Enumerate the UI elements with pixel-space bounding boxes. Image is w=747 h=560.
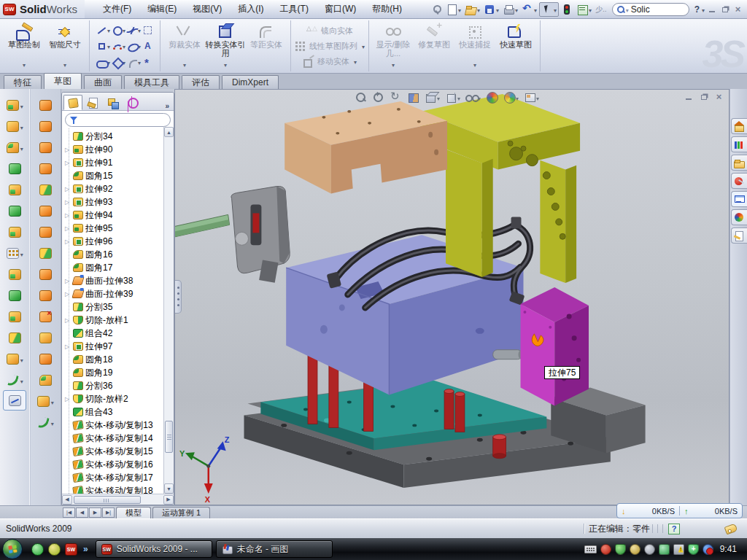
feature-tree-item[interactable]: 圆角19 — [65, 366, 174, 379]
panel-tab-configuration-manager[interactable] — [103, 95, 122, 110]
scroll-left-icon[interactable]: ◀ — [62, 495, 72, 505]
taskbar-window-button[interactable]: SW SolidWorks 2009 - ... — [96, 540, 212, 558]
toolbar-overflow-label[interactable]: 少.. — [594, 4, 608, 15]
dropdown-caret-icon[interactable] — [183, 60, 186, 70]
tray-icon-shield-green[interactable] — [615, 544, 626, 555]
dropdown-caret-icon[interactable] — [123, 25, 125, 35]
sketch-entity-button-point[interactable] — [142, 54, 153, 70]
document-tab[interactable]: 模型 — [116, 507, 151, 518]
quick-launch-icon-messenger[interactable] — [31, 543, 44, 556]
taskbar-window-button[interactable]: 未命名 - 画图 — [216, 540, 333, 558]
status-help-button[interactable]: ? — [668, 524, 680, 534]
quickbar-button-pin[interactable] — [429, 2, 444, 17]
menu-item[interactable]: 编辑(E) — [139, 3, 185, 15]
quickbar-button-options-list[interactable] — [575, 2, 593, 17]
feature-tree-item[interactable]: 圆角15 — [65, 169, 174, 182]
toolbar-button-linear-pattern[interactable] — [0, 243, 30, 264]
dropdown-caret-icon[interactable] — [138, 25, 141, 35]
toolbar-button-indent[interactable] — [31, 327, 61, 349]
sketch-entity-button-line[interactable] — [96, 22, 110, 38]
task-pane-button-toolbox[interactable] — [731, 173, 747, 189]
panel-splitter-handle[interactable] — [175, 280, 182, 314]
part-handle-clamp[interactable] — [175, 186, 290, 282]
toolbar-button-swept-boss[interactable] — [0, 158, 30, 179]
dropdown-caret-icon[interactable] — [536, 93, 539, 103]
toolbar-button-lofted-boss[interactable] — [0, 179, 30, 201]
feature-tree-item[interactable]: 切除-放样1 — [65, 314, 174, 327]
sketch-entity-button-rectangle[interactable] — [96, 38, 110, 54]
dropdown-caret-icon[interactable] — [392, 60, 395, 70]
toolbar-button-lofted-cut[interactable] — [31, 158, 61, 179]
dropdown-caret-icon[interactable] — [107, 41, 110, 51]
dropdown-caret-icon[interactable] — [534, 4, 537, 15]
feature-tree-item[interactable]: 分割35 — [65, 300, 174, 314]
hud-button-display-style[interactable] — [445, 91, 460, 104]
tag-icon[interactable] — [724, 523, 738, 534]
doc-minimize-button[interactable] — [682, 91, 694, 102]
feature-tree-item[interactable]: 组合43 — [65, 405, 174, 419]
search-scope-caret-icon[interactable] — [626, 4, 629, 15]
menu-item[interactable]: 帮助(H) — [364, 3, 410, 15]
toolbar-button-thicken[interactable] — [31, 264, 61, 285]
tray-icon-sync-blue[interactable] — [703, 544, 713, 555]
quick-launch-overflow[interactable]: » — [83, 544, 88, 554]
expand-arrow-icon[interactable] — [65, 160, 73, 166]
panel-tab-dimxpert-manager[interactable] — [123, 95, 142, 110]
feature-tree-item[interactable]: 实体-移动/复制15 — [65, 445, 174, 458]
sketch-entity-button-circle[interactable] — [112, 22, 125, 38]
hud-button-section-view[interactable] — [407, 91, 419, 104]
toolbar-button-spline-tool[interactable] — [31, 412, 61, 433]
panel-expand-button[interactable]: » — [162, 102, 172, 110]
taskbar-clock[interactable]: 9:41 — [720, 544, 737, 554]
dropdown-caret-icon[interactable] — [20, 143, 23, 153]
prev-tab-button[interactable]: ◀ — [76, 508, 88, 518]
toolbar-button-dome[interactable] — [31, 201, 61, 222]
app-minimize-button[interactable] — [705, 4, 718, 15]
toolbar-button-draft[interactable] — [0, 222, 30, 243]
toolbar-button-reference-point2[interactable] — [31, 391, 61, 412]
command-button-quick-snaps[interactable]: 快速捕捉 — [454, 22, 495, 70]
dropdown-caret-icon[interactable] — [515, 4, 518, 15]
toolbar-button-delete-body[interactable] — [31, 306, 61, 327]
expand-arrow-icon[interactable] — [65, 396, 73, 402]
hud-button-apply-scene[interactable] — [503, 91, 519, 104]
feature-tree-item[interactable]: 切除-放样2 — [65, 392, 174, 405]
first-tab-button[interactable]: |◀ — [63, 508, 75, 518]
quickbar-button-select-cursor[interactable] — [539, 2, 559, 17]
last-tab-button[interactable]: ▶| — [102, 508, 115, 518]
part-core-pin[interactable] — [493, 350, 525, 359]
feature-tree-item[interactable]: 实体-移动/复制13 — [65, 419, 174, 432]
tray-icon-usb[interactable] — [659, 544, 670, 555]
feature-tree-item[interactable]: 拉伸94 — [65, 209, 174, 222]
toolbar-button-deform[interactable] — [31, 349, 61, 370]
dropdown-caret-icon[interactable] — [224, 60, 227, 70]
command-row-mirror-entities[interactable]: 镜向实体 — [306, 23, 353, 38]
feature-tree-item[interactable]: 曲面-拉伸38 — [65, 274, 174, 287]
dropdown-caret-icon[interactable] — [138, 57, 141, 67]
start-button[interactable] — [2, 539, 23, 559]
hud-button-hide-show-items[interactable] — [465, 91, 481, 104]
tray-icon-security-red[interactable] — [600, 544, 611, 555]
task-pane-button-view-palette[interactable] — [731, 191, 747, 207]
task-pane-button-appearances[interactable] — [731, 209, 747, 225]
feature-tree-item[interactable]: 拉伸97 — [65, 340, 174, 353]
toolbar-button-revolved-cut[interactable] — [31, 116, 61, 137]
quick-launch-icon-solidworks[interactable]: SW — [65, 543, 77, 556]
expand-arrow-icon[interactable] — [65, 343, 73, 350]
tray-icon-network-warning[interactable] — [673, 544, 684, 555]
feature-tree-item[interactable]: 拉伸95 — [65, 222, 174, 235]
quickbar-button-traffic-light[interactable] — [560, 2, 574, 17]
toolbar-button-instant3d[interactable] — [4, 391, 26, 410]
feature-tree-item[interactable]: 拉伸91 — [65, 156, 174, 169]
command-button-rapid-sketch[interactable]: 快速草图 — [495, 22, 536, 70]
scrollbar-thumb[interactable] — [74, 496, 141, 504]
tree-horizontal-scrollbar[interactable]: ◀ ▶ — [62, 494, 174, 505]
sketch-entity-button-slot[interactable] — [96, 54, 110, 70]
tray-icon-badge[interactable] — [630, 544, 640, 555]
toolbar-button-helix-curve[interactable] — [0, 370, 30, 391]
toolbar-button-combine-bodies[interactable] — [0, 306, 30, 327]
sketch-entity-button-ellipse[interactable] — [127, 38, 141, 54]
feature-tree-item[interactable]: 圆角17 — [65, 261, 174, 274]
dropdown-caret-icon[interactable] — [51, 397, 54, 407]
toolbar-button-extruded-cut[interactable] — [0, 116, 30, 137]
